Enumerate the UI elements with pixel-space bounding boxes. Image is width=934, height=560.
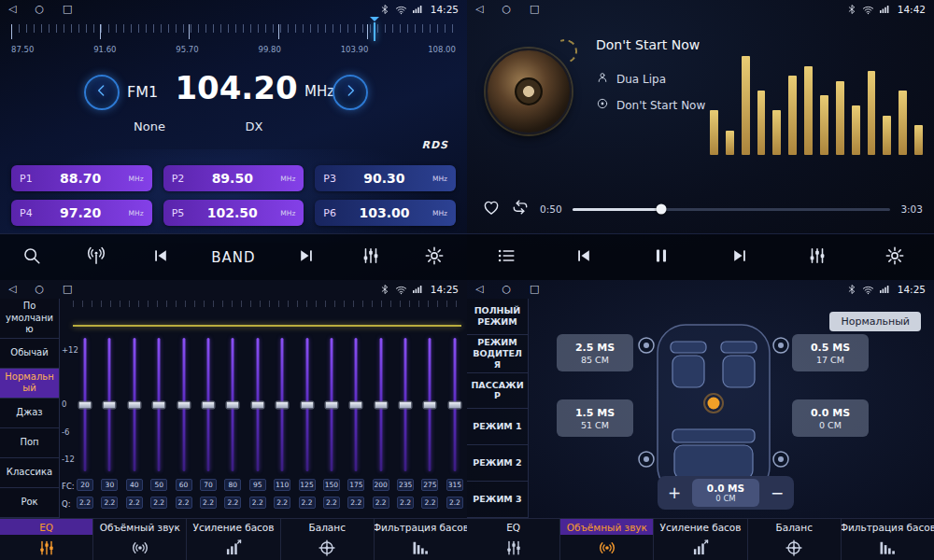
eq-band-slider[interactable]: [249, 338, 266, 471]
eq-preset-item[interactable]: Рок: [0, 488, 59, 518]
tab-surround-sound[interactable]: Объёмный звук: [560, 519, 654, 560]
slider-handle[interactable]: [276, 400, 290, 409]
fc-value: 125: [299, 479, 316, 491]
favorite-button[interactable]: [482, 198, 501, 220]
tune-down-button[interactable]: [84, 75, 120, 110]
slider-handle[interactable]: [103, 400, 117, 409]
eq-band-slider[interactable]: [200, 338, 217, 471]
slider-handle[interactable]: [250, 400, 264, 409]
slider-handle[interactable]: [423, 400, 437, 409]
eq-band-slider[interactable]: [126, 338, 143, 471]
tab-surround-sound[interactable]: Объёмный звук: [93, 519, 187, 560]
radio-preset-p2[interactable]: P289.50MHz: [163, 165, 304, 191]
slider-handle[interactable]: [300, 400, 314, 409]
settings-button[interactable]: [874, 239, 915, 276]
radio-preset-p6[interactable]: P6103.00MHz: [315, 200, 456, 226]
previous-track-button[interactable]: [563, 239, 604, 276]
slider-handle[interactable]: [152, 400, 166, 409]
home-icon[interactable]: ○: [35, 280, 44, 299]
recents-icon[interactable]: □: [63, 280, 72, 299]
equalizer-button[interactable]: [350, 239, 391, 276]
repeat-button[interactable]: [511, 198, 530, 220]
surround-mode-item[interactable]: РЕЖИМ 1: [467, 409, 528, 445]
decrease-delay-button[interactable]: −: [763, 479, 791, 507]
eq-preset-item[interactable]: Нормальный: [0, 369, 59, 399]
tab-bass-boost[interactable]: Усиление басов: [187, 519, 280, 560]
eq-preset-item[interactable]: По умолчанию: [0, 299, 59, 339]
tune-up-button[interactable]: [333, 75, 368, 110]
back-icon[interactable]: ◁: [8, 280, 16, 299]
tab-balance[interactable]: Баланс: [748, 519, 842, 560]
seek-bar-knob[interactable]: [657, 204, 667, 215]
radio-preset-p5[interactable]: P5102.50MHz: [163, 200, 304, 226]
increase-delay-button[interactable]: +: [660, 479, 688, 507]
visualizer-bar: [788, 76, 797, 155]
home-icon[interactable]: ○: [502, 280, 511, 299]
settings-button[interactable]: [414, 239, 455, 276]
slider-handle[interactable]: [226, 400, 240, 409]
tab-eq[interactable]: EQ: [467, 519, 560, 560]
band-button[interactable]: BAND: [205, 239, 262, 276]
eq-band-slider[interactable]: [347, 338, 364, 471]
frequency-scale[interactable]: 87.5091.6095.7099.80103.90108.00: [11, 24, 456, 58]
slider-handle[interactable]: [201, 400, 215, 409]
eq-band-slider[interactable]: [373, 338, 389, 471]
search-stations-button[interactable]: [11, 239, 52, 276]
previous-station-button[interactable]: [140, 239, 181, 276]
eq-preset-item[interactable]: Классика: [0, 458, 59, 488]
radio-preset-p4[interactable]: P497.20MHz: [11, 200, 152, 226]
home-icon[interactable]: ○: [502, 0, 511, 19]
slider-handle[interactable]: [78, 400, 92, 409]
eq-band-slider[interactable]: [77, 338, 93, 471]
home-icon[interactable]: ○: [35, 0, 44, 19]
eq-band-slider[interactable]: [274, 338, 290, 471]
eq-preset-item[interactable]: Поп: [0, 428, 59, 458]
eq-band-slider[interactable]: [421, 338, 438, 471]
tab-bass-filter[interactable]: Фильтрация басов: [842, 519, 934, 560]
slider-handle[interactable]: [447, 400, 461, 409]
tab-eq[interactable]: EQ: [0, 519, 93, 560]
eq-band-slider[interactable]: [224, 338, 241, 471]
next-track-button[interactable]: [719, 239, 760, 276]
radio-preset-p1[interactable]: P188.70MHz: [11, 165, 152, 191]
slider-handle[interactable]: [324, 400, 338, 409]
back-icon[interactable]: ◁: [475, 280, 483, 299]
pause-button[interactable]: [641, 239, 682, 276]
back-icon[interactable]: ◁: [8, 0, 16, 19]
eq-band-slider[interactable]: [446, 338, 463, 471]
eq-band-slider[interactable]: [299, 338, 316, 471]
surround-mode-item[interactable]: ПОЛНЫЙ РЕЖИМ: [467, 299, 528, 335]
back-icon[interactable]: ◁: [475, 0, 483, 19]
seek-bar[interactable]: [573, 208, 891, 211]
recents-icon[interactable]: □: [530, 0, 539, 19]
surround-mode-item[interactable]: РЕЖИМ 3: [467, 482, 528, 518]
recents-icon[interactable]: □: [530, 280, 539, 299]
slider-handle[interactable]: [127, 400, 141, 409]
tab-bass-filter[interactable]: Фильтрация басов: [375, 519, 467, 560]
slider-handle[interactable]: [374, 400, 388, 409]
eq-preset-item[interactable]: Джаз: [0, 399, 59, 428]
slider-handle[interactable]: [177, 400, 191, 409]
eq-preset-item[interactable]: Обычай: [0, 339, 59, 369]
eq-band-slider[interactable]: [101, 338, 118, 471]
eq-band-slider[interactable]: [150, 338, 167, 471]
recents-icon[interactable]: □: [63, 0, 72, 19]
eq-band-slider[interactable]: [323, 338, 340, 471]
sound-profile-button[interactable]: Нормальный: [829, 312, 921, 331]
eq-band-slider[interactable]: [397, 338, 414, 471]
eq-band-slider[interactable]: [176, 338, 192, 471]
frequency-pointer[interactable]: [374, 22, 375, 41]
tab-bass-boost[interactable]: Усиление басов: [654, 519, 747, 560]
broadcast-button[interactable]: [76, 239, 117, 276]
surround-mode-item[interactable]: РЕЖИМ 2: [467, 445, 528, 482]
equalizer-button[interactable]: [797, 239, 838, 276]
slider-handle[interactable]: [349, 400, 363, 409]
tab-balance[interactable]: Баланс: [281, 519, 375, 560]
surround-mode-item[interactable]: ПАССАЖИР: [467, 373, 528, 410]
slider-handle[interactable]: [399, 400, 413, 409]
radio-preset-p3[interactable]: P390.30MHz: [315, 165, 456, 191]
equalizer-icon: [807, 245, 828, 270]
surround-mode-item[interactable]: РЕЖИМ ВОДИТЕЛЯ: [467, 335, 528, 373]
playlist-button[interactable]: [486, 239, 527, 276]
next-station-button[interactable]: [286, 239, 327, 276]
